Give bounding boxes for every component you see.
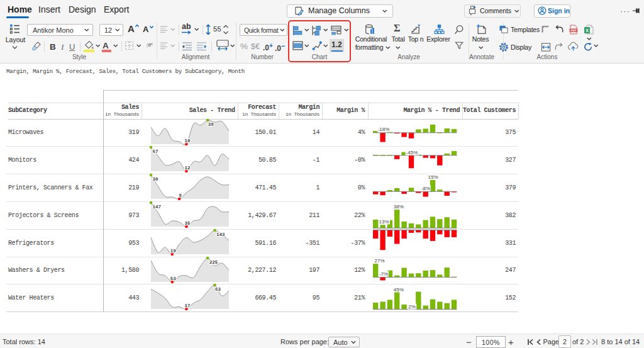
- svg-text:30: 30: [152, 177, 158, 182]
- svg-text:10: 10: [184, 138, 191, 143]
- svg-text:63: 63: [215, 287, 221, 292]
- svg-text:X: X: [586, 28, 589, 33]
- svg-text:143: 143: [216, 232, 225, 237]
- svg-text:9: 9: [179, 193, 182, 198]
- svg-text:PDF: PDF: [571, 29, 577, 32]
- svg-text:19: 19: [170, 248, 176, 253]
- svg-text:53: 53: [170, 276, 176, 281]
- svg-text:17: 17: [184, 303, 190, 308]
- svg-text:39: 39: [208, 122, 214, 127]
- svg-text:67: 67: [152, 149, 158, 154]
- svg-text:12: 12: [184, 166, 191, 171]
- svg-text:147: 147: [152, 205, 161, 210]
- svg-text:225: 225: [209, 259, 218, 264]
- svg-text:35: 35: [184, 221, 191, 226]
